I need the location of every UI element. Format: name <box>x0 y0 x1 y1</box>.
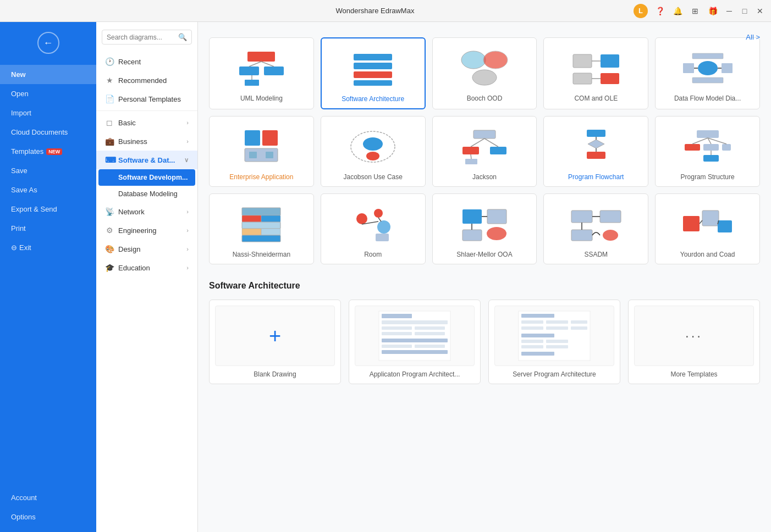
search-input[interactable] <box>107 34 175 41</box>
diagram-card-jackson[interactable]: Jackson <box>432 116 537 187</box>
svg-rect-68 <box>376 234 389 241</box>
template-card-app-arch[interactable]: Applicaton Program Architect... <box>349 300 481 384</box>
sidebar-item-exit[interactable]: ⊖ Exit <box>0 238 96 257</box>
diagram-card-data-flow[interactable]: Data Flow Model Dia... <box>655 37 760 109</box>
software-arch-image <box>327 47 419 91</box>
engineering-arrow: › <box>186 227 189 234</box>
svg-rect-14 <box>573 54 592 68</box>
back-button[interactable]: ← <box>37 32 59 54</box>
svg-point-21 <box>698 61 718 75</box>
svg-rect-69 <box>462 209 482 224</box>
menu-item-software[interactable]: ⌨ Software & Dat... ∨ <box>96 151 197 169</box>
svg-rect-95 <box>415 345 445 348</box>
diagram-card-program-struct[interactable]: Program Structure <box>655 116 760 187</box>
template-card-more[interactable]: ··· More Templates <box>628 300 760 384</box>
diagram-card-room[interactable]: Room <box>321 193 426 264</box>
diagram-card-yourdon[interactable]: Yourdon and Coad <box>655 193 760 264</box>
diagram-card-jacobson[interactable]: Jacobson Use Case <box>321 116 426 187</box>
sub-menu-item-db[interactable]: Database Modeling <box>96 186 197 202</box>
svg-rect-49 <box>703 144 719 151</box>
svg-rect-37 <box>490 147 506 154</box>
content-area: All > UML Modeling <box>198 22 771 532</box>
svg-rect-30 <box>249 152 257 158</box>
close-button[interactable]: ✕ <box>756 7 764 15</box>
all-link[interactable]: All > <box>746 33 760 41</box>
sidebar-label-account: Account <box>11 494 37 502</box>
svg-rect-103 <box>546 326 568 330</box>
svg-rect-96 <box>382 350 448 354</box>
diagram-card-com[interactable]: COM and OLE <box>543 37 648 109</box>
search-box[interactable]: 🔍 <box>102 30 192 45</box>
svg-rect-1 <box>239 66 259 75</box>
diagram-card-uml[interactable]: UML Modeling <box>209 37 314 109</box>
sidebar-item-new[interactable]: New <box>0 65 96 84</box>
software-arch-label: Software Architecture <box>342 95 404 103</box>
menu-item-basic[interactable]: ◻ Basic › <box>96 113 197 132</box>
svg-rect-36 <box>462 147 479 154</box>
svg-rect-9 <box>354 71 392 78</box>
menu-item-education[interactable]: 🎓 Education › <box>96 258 197 277</box>
sidebar-item-account[interactable]: Account <box>0 488 96 507</box>
svg-rect-91 <box>382 332 412 335</box>
server-arch-label: Server Program Architecture <box>513 370 596 378</box>
user-avatar[interactable]: L <box>634 4 648 18</box>
template-card-blank[interactable]: + Blank Drawing <box>209 300 341 384</box>
svg-rect-24 <box>692 77 723 83</box>
minimize-button[interactable]: ─ <box>725 7 734 15</box>
svg-rect-8 <box>354 63 392 69</box>
menu-item-personal[interactable]: 📄 Personal Templates <box>96 90 197 108</box>
sidebar-item-import[interactable]: Import <box>0 103 96 123</box>
sidebar-item-save-as[interactable]: Save As <box>0 180 96 199</box>
sidebar-item-options[interactable]: Options <box>0 507 96 527</box>
diagram-card-enterprise[interactable]: Enterprise Application <box>209 116 314 187</box>
svg-rect-35 <box>473 130 495 138</box>
diagram-card-ssadm[interactable]: SSADM <box>543 193 648 264</box>
sidebar-label-save-as: Save As <box>11 186 37 194</box>
bell-icon[interactable]: 🔔 <box>672 5 683 16</box>
svg-rect-59 <box>242 222 280 229</box>
room-label: Room <box>364 251 382 258</box>
menu-item-business[interactable]: 💼 Business › <box>96 132 197 151</box>
jackson-image <box>438 125 531 169</box>
gift-icon[interactable]: 🎁 <box>707 5 718 16</box>
sidebar-item-export[interactable]: Export & Send <box>0 199 96 219</box>
sidebar-item-cloud[interactable]: Cloud Documents <box>0 123 96 142</box>
menu-label-software: Software & Dat... <box>118 156 175 164</box>
menu-item-network[interactable]: 📡 Network › <box>96 202 197 221</box>
help-icon[interactable]: ❓ <box>654 5 665 16</box>
svg-rect-108 <box>521 345 543 348</box>
svg-point-12 <box>483 51 508 69</box>
diagram-card-shlaer[interactable]: Shlaer-Mellor OOA <box>432 193 537 264</box>
restore-button[interactable]: □ <box>740 7 749 15</box>
sub-menu-item-software-dev[interactable]: Software Developm... <box>98 169 195 186</box>
diagram-card-nassi[interactable]: Nassi-Shneiderman <box>209 193 314 264</box>
blank-label: Blank Drawing <box>254 370 296 378</box>
data-flow-image <box>661 46 754 90</box>
jackson-label: Jackson <box>472 173 497 181</box>
svg-rect-93 <box>382 339 448 342</box>
diagram-card-booch[interactable]: Booch OOD <box>432 37 537 109</box>
diagram-card-software-arch[interactable]: Software Architecture <box>321 37 426 109</box>
menu-label-network: Network <box>118 208 145 216</box>
svg-rect-71 <box>462 230 482 241</box>
app-title: Wondershare EdrawMax <box>117 7 634 15</box>
sidebar-item-open[interactable]: Open <box>0 84 96 103</box>
menu-item-recommended[interactable]: ★ Recommended <box>96 71 197 90</box>
main-container: ← New Open Import Cloud Documents Templa… <box>0 22 771 532</box>
svg-line-41 <box>471 154 471 159</box>
sidebar-item-print[interactable]: Print <box>0 219 96 238</box>
sidebar-item-templates[interactable]: Templates NEW <box>0 142 96 161</box>
svg-rect-88 <box>382 320 448 324</box>
ssadm-image <box>549 202 642 246</box>
svg-rect-90 <box>415 326 445 330</box>
template-card-server-arch[interactable]: Server Program Architecture <box>488 300 620 384</box>
grid-icon[interactable]: ⊞ <box>690 5 701 16</box>
app-arch-label: Applicaton Program Architect... <box>370 370 460 378</box>
shlaer-label: Shlaer-Mellor OOA <box>456 251 512 258</box>
menu-item-design[interactable]: 🎨 Design › <box>96 240 197 258</box>
sidebar-item-save[interactable]: Save <box>0 161 96 180</box>
menu-item-recent[interactable]: 🕐 Recent <box>96 52 197 71</box>
diagram-card-program-flow[interactable]: Program Flowchart <box>543 116 648 187</box>
menu-item-engineering[interactable]: ⚙ Engineering › <box>96 221 197 240</box>
svg-rect-40 <box>465 159 477 164</box>
